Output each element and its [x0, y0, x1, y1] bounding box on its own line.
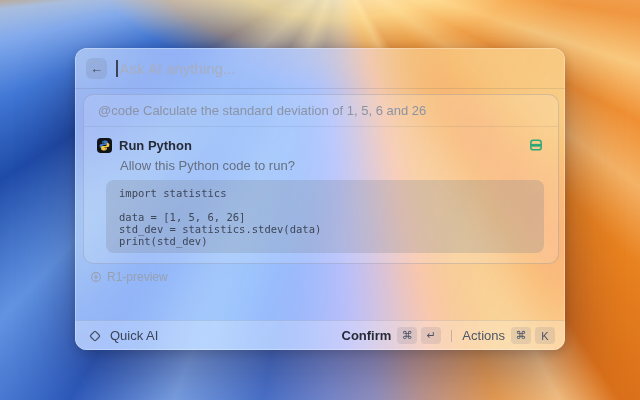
footer-separator [451, 330, 452, 342]
model-label: R1-preview [107, 270, 168, 284]
screen: ← Ask AI anything... @code Calculate the… [0, 0, 640, 400]
cmd-keycap: ⌘ [397, 327, 417, 344]
conversation-panel: @code Calculate the standard deviation o… [83, 94, 559, 264]
tool-question: Allow this Python code to run? [120, 158, 544, 173]
model-selector[interactable]: R1-preview [90, 270, 565, 284]
tool-header: Run Python [97, 137, 544, 153]
model-badge-icon [90, 271, 102, 283]
app-identity: Quick AI [88, 328, 158, 343]
user-query: @code Calculate the standard deviation o… [84, 95, 558, 126]
action-bar: Quick AI Confirm ⌘ ↵ Actions ⌘ K [75, 320, 565, 350]
quick-ai-window: ← Ask AI anything... @code Calculate the… [75, 48, 565, 350]
text-caret [116, 60, 118, 77]
search-bar: ← Ask AI anything... [75, 48, 565, 88]
code-runner-icon [528, 137, 544, 153]
input-placeholder: Ask AI anything... [120, 60, 236, 77]
confirm-shortcut: ⌘ ↵ [397, 327, 441, 344]
code-line: std_dev = statistics.stdev(data) [119, 224, 531, 236]
actions-button[interactable]: Actions [462, 328, 505, 343]
actions-shortcut: ⌘ K [511, 327, 555, 344]
ask-ai-input[interactable]: Ask AI anything... [116, 60, 554, 77]
code-line: import statistics [119, 188, 531, 200]
arrow-left-icon: ← [90, 61, 103, 76]
k-keycap: K [535, 327, 555, 344]
tool-response: Run Python Allow this Python code to run… [84, 127, 558, 263]
python-logo-icon [97, 138, 112, 153]
code-line [119, 200, 531, 212]
topbar-divider [75, 88, 565, 89]
raycast-logo-icon [88, 329, 102, 343]
confirm-button[interactable]: Confirm [342, 328, 392, 343]
code-block: import statistics data = [1, 5, 6, 26] s… [106, 180, 544, 253]
code-line: data = [1, 5, 6, 26] [119, 212, 531, 224]
code-line: print(std_dev) [119, 236, 531, 248]
app-label: Quick AI [110, 328, 158, 343]
cmd-keycap: ⌘ [511, 327, 531, 344]
tool-title: Run Python [119, 138, 192, 153]
return-keycap: ↵ [421, 327, 441, 344]
footer-actions: Confirm ⌘ ↵ Actions ⌘ K [342, 327, 555, 344]
back-button[interactable]: ← [86, 58, 107, 79]
